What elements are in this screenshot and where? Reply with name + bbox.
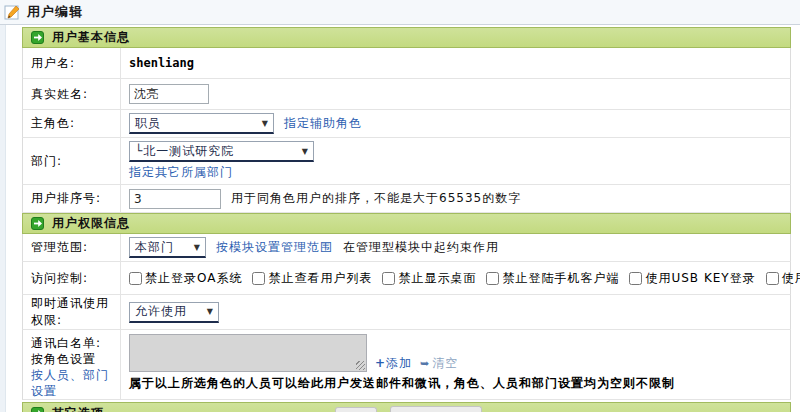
checkbox-forbid-view-userlist[interactable]: 禁止查看用户列表	[252, 270, 372, 287]
row-access-control: 访问控制: 禁止登录OA系统 禁止查看用户列表 禁止显示桌面 禁止登陆手机客户端	[22, 262, 791, 295]
section-title: 用户基本信息	[52, 29, 130, 46]
row-sort-order: 用户排序号: 用于同角色用户的排序，不能是大于65535的数字	[22, 185, 791, 213]
fingerprint-checkbox[interactable]	[766, 272, 779, 285]
main-role-label: 主角色:	[23, 110, 121, 137]
row-im-permission: 即时通讯使用权限: 允许使用	[22, 295, 791, 330]
add-role-link[interactable]: +添加	[375, 355, 412, 372]
department-label: 部门:	[23, 138, 121, 184]
section-header-basic-info: 用户基本信息	[22, 27, 791, 48]
manage-scope-label: 管理范围:	[23, 234, 121, 261]
checkbox-forbid-oa-login[interactable]: 禁止登录OA系统	[129, 270, 242, 287]
clear-roles-link[interactable]: ➥清空	[420, 355, 458, 372]
department-selected: └北一测试研究院	[135, 143, 234, 160]
checkbox-forbid-mobile-login[interactable]: 禁止登陆手机客户端	[486, 270, 619, 287]
forbid-desktop-checkbox[interactable]	[382, 272, 395, 285]
plus-icon: +	[375, 356, 386, 370]
row-main-role: 主角色: 职员 指定辅助角色	[22, 110, 791, 138]
username-label: 用户名:	[23, 48, 121, 78]
row-manage-scope: 管理范围: 本部门 按模块设置管理范围 在管理型模块中起约束作用	[22, 234, 791, 262]
whitelist-roles-textarea[interactable]	[129, 334, 367, 372]
user-edit-page: 用户编辑 用户基本信息 用户名: shenliang 真实姓名: 主角色:	[0, 0, 800, 412]
manage-scope-note: 在管理型模块中起约束作用	[343, 239, 499, 256]
username-value: shenliang	[129, 56, 194, 70]
row-department: 部门: └北一测试研究院 指定其它所属部门	[22, 138, 791, 185]
section-title: 用户权限信息	[52, 215, 130, 232]
page-title: 用户编辑	[27, 3, 83, 21]
left-margin-strip	[0, 25, 6, 412]
forbid-mobile-login-checkbox[interactable]	[486, 272, 499, 285]
row-username: 用户名: shenliang	[22, 48, 791, 79]
im-permission-selected: 允许使用	[135, 303, 187, 320]
main-role-selected: 职员	[135, 115, 161, 132]
forbid-oa-login-checkbox[interactable]	[129, 272, 142, 285]
checkbox-usb-key-login[interactable]: 使用USB KEY登录	[629, 270, 755, 287]
checkbox-forbid-desktop[interactable]: 禁止显示桌面	[382, 270, 476, 287]
assign-aux-role-link[interactable]: 指定辅助角色	[284, 115, 362, 132]
forbid-view-userlist-checkbox[interactable]	[252, 272, 265, 285]
green-arrow-icon	[31, 31, 44, 44]
sort-order-label: 用户排序号:	[23, 185, 121, 212]
manage-scope-select[interactable]: 本部门	[129, 237, 206, 258]
department-select[interactable]: └北一测试研究院	[129, 141, 314, 162]
green-arrow-icon	[31, 217, 44, 230]
usb-key-login-checkbox[interactable]	[629, 272, 642, 285]
user-edit-form: 用户基本信息 用户名: shenliang 真实姓名: 主角色: 职员 指定辅助…	[22, 27, 791, 412]
checkbox-fingerprint[interactable]: 使用指纹验证	[766, 270, 800, 287]
im-permission-label: 即时通讯使用权限:	[23, 295, 121, 329]
edit-pencil-icon	[4, 4, 21, 21]
realname-label: 真实姓名:	[23, 79, 121, 109]
clear-icon: ➥	[420, 357, 430, 370]
green-arrow-icon	[31, 407, 44, 412]
partial-button-left[interactable]	[335, 407, 377, 412]
im-permission-select[interactable]: 允许使用	[129, 302, 219, 323]
set-by-people-dept-link[interactable]: 按人员、部门设置	[31, 367, 116, 399]
whitelist-label: 通讯白名单:	[31, 335, 101, 351]
whitelist-label-block: 通讯白名单: 按角色设置 按人员、部门设置	[23, 330, 121, 399]
module-scope-link[interactable]: 按模块设置管理范围	[216, 239, 333, 256]
row-whitelist: 通讯白名单: 按角色设置 按人员、部门设置 +添加 ➥清空 属于以上所选角色的人…	[22, 330, 791, 400]
whitelist-by-role-label: 按角色设置	[31, 351, 96, 367]
section-header-permission-info: 用户权限信息	[22, 213, 791, 234]
sort-order-input[interactable]	[129, 189, 221, 209]
assign-other-dept-link[interactable]: 指定其它所属部门	[129, 164, 233, 181]
page-header: 用户编辑	[0, 0, 800, 25]
section-title: 其它选项	[52, 405, 104, 412]
sort-order-hint: 用于同角色用户的排序，不能是大于65535的数字	[231, 190, 521, 207]
realname-input[interactable]	[129, 84, 209, 104]
main-role-select[interactable]: 职员	[129, 113, 274, 134]
access-control-label: 访问控制:	[23, 262, 121, 294]
whitelist-note: 属于以上所选角色的人员可以给此用户发送邮件和微讯，角色、人员和部门设置均为空则不…	[129, 375, 675, 392]
partial-button-right[interactable]	[390, 406, 482, 412]
row-realname: 真实姓名:	[22, 79, 791, 110]
manage-scope-selected: 本部门	[135, 239, 174, 256]
